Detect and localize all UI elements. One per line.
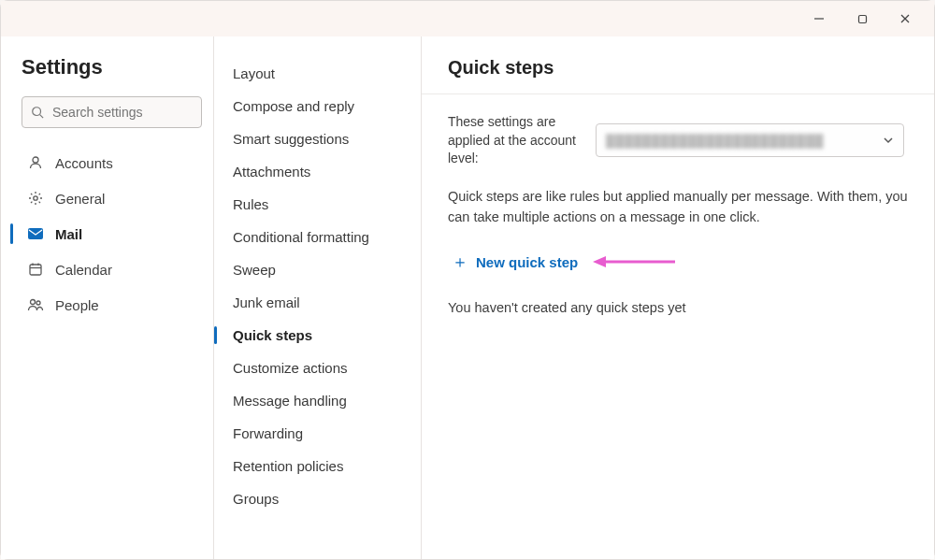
svg-point-14 xyxy=(36,301,40,305)
svg-point-13 xyxy=(31,300,36,305)
quick-steps-description: Quick steps are like rules but applied m… xyxy=(448,187,908,228)
sidebar-item-people[interactable]: People xyxy=(22,287,202,323)
window-minimize-button[interactable] xyxy=(813,12,826,25)
sidebar-item-general[interactable]: General xyxy=(22,180,202,216)
sidebar-item-label: Accounts xyxy=(55,155,113,171)
sidebar-item-label: General xyxy=(55,191,105,207)
people-icon xyxy=(25,297,46,312)
svg-rect-1 xyxy=(858,15,866,22)
submenu-item-layout[interactable]: Layout xyxy=(214,57,421,90)
account-select[interactable]: ████████████████████████ xyxy=(596,123,904,157)
svg-line-5 xyxy=(40,115,44,119)
submenu-label: Attachments xyxy=(233,164,310,179)
sidebar-item-label: Mail xyxy=(55,226,82,242)
submenu-item-forwarding[interactable]: Forwarding xyxy=(214,417,421,450)
account-row: These settings are applied at the accoun… xyxy=(448,113,908,168)
submenu-item-quick-steps[interactable]: Quick steps xyxy=(214,319,421,352)
submenu-label: Groups xyxy=(233,491,279,507)
submenu-label: Sweep xyxy=(233,262,276,278)
submenu-label: Layout xyxy=(233,65,275,81)
account-scope-label: These settings are applied at the accoun… xyxy=(448,113,579,168)
svg-point-7 xyxy=(34,196,37,200)
svg-rect-8 xyxy=(28,228,43,239)
submenu-item-sweep[interactable]: Sweep xyxy=(214,253,421,286)
plus-icon: ＋ xyxy=(452,253,468,270)
annotation-arrow-icon xyxy=(591,253,677,270)
settings-window: Settings Accounts General xyxy=(0,0,935,560)
new-quick-step-button[interactable]: ＋ New quick step xyxy=(448,248,582,276)
svg-point-6 xyxy=(33,157,38,163)
svg-point-4 xyxy=(33,108,41,116)
submenu-label: Quick steps xyxy=(233,327,312,343)
submenu-item-conditional-formatting[interactable]: Conditional formatting xyxy=(214,221,421,253)
settings-title: Settings xyxy=(22,55,202,79)
search-icon xyxy=(31,106,44,119)
submenu-label: Compose and reply xyxy=(233,98,354,114)
submenu-label: Message handling xyxy=(233,393,347,409)
page-title: Quick steps xyxy=(448,57,908,79)
window-titlebar xyxy=(1,1,934,36)
window-maximize-button[interactable] xyxy=(856,12,869,25)
submenu-label: Forwarding xyxy=(233,425,303,441)
calendar-icon xyxy=(25,262,46,277)
content-area: Settings Accounts General xyxy=(1,36,934,559)
search-settings-wrap xyxy=(22,96,202,128)
new-quick-step-label: New quick step xyxy=(476,254,578,270)
submenu-label: Smart suggestions xyxy=(233,131,349,147)
main-pane: Quick steps These settings are applied a… xyxy=(422,36,934,559)
submenu-item-retention-policies[interactable]: Retention policies xyxy=(214,450,421,482)
settings-sidebar: Settings Accounts General xyxy=(1,36,214,559)
person-icon xyxy=(25,155,46,170)
sidebar-item-label: Calendar xyxy=(55,262,112,278)
submenu-item-junk-email[interactable]: Junk email xyxy=(214,286,421,319)
empty-state-message: You haven't created any quick steps yet xyxy=(448,300,908,315)
submenu-label: Customize actions xyxy=(233,360,348,376)
svg-marker-16 xyxy=(593,256,606,267)
submenu-item-customize-actions[interactable]: Customize actions xyxy=(214,352,421,384)
account-email-blurred: ████████████████████████ xyxy=(606,134,824,148)
submenu-item-attachments[interactable]: Attachments xyxy=(214,155,421,188)
main-body: These settings are applied at the accoun… xyxy=(422,94,934,334)
submenu-label: Junk email xyxy=(233,294,300,310)
sidebar-item-mail[interactable]: Mail xyxy=(22,216,202,251)
mail-submenu: Layout Compose and reply Smart suggestio… xyxy=(214,36,422,559)
submenu-item-message-handling[interactable]: Message handling xyxy=(214,384,421,417)
submenu-label: Rules xyxy=(233,196,268,212)
submenu-item-groups[interactable]: Groups xyxy=(214,482,421,515)
svg-rect-9 xyxy=(30,265,41,275)
sidebar-item-label: People xyxy=(55,297,99,313)
submenu-label: Retention policies xyxy=(233,458,343,474)
submenu-item-rules[interactable]: Rules xyxy=(214,188,421,221)
chevron-down-icon xyxy=(883,135,894,146)
submenu-item-compose[interactable]: Compose and reply xyxy=(214,90,421,122)
submenu-item-smart-suggestions[interactable]: Smart suggestions xyxy=(214,122,421,155)
submenu-label: Conditional formatting xyxy=(233,229,369,245)
window-close-button[interactable] xyxy=(899,12,912,25)
sidebar-item-accounts[interactable]: Accounts xyxy=(22,145,202,180)
sidebar-item-calendar[interactable]: Calendar xyxy=(22,251,202,287)
new-step-row: ＋ New quick step xyxy=(448,248,908,276)
mail-icon xyxy=(25,227,46,240)
search-settings-input[interactable] xyxy=(22,96,202,128)
main-header: Quick steps xyxy=(422,36,934,94)
gear-icon xyxy=(25,191,46,206)
